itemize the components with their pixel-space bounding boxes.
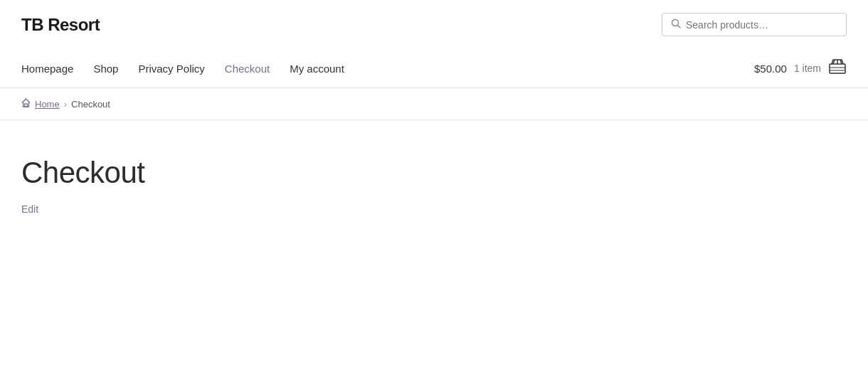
cart-count: 1 item [794,63,821,74]
nav-shop[interactable]: Shop [93,63,118,75]
search-icon [671,18,681,31]
edit-link[interactable]: Edit [21,203,38,215]
site-header: TB Resort [0,0,868,49]
cart-price: $50.00 [754,63,787,75]
main-content: Checkout Edit [0,120,868,237]
nav-my-account[interactable]: My account [290,63,344,75]
site-title: TB Resort [21,15,100,35]
breadcrumb-current: Checkout [71,99,110,110]
nav-privacy-policy[interactable]: Privacy Policy [138,63,204,75]
nav-homepage[interactable]: Homepage [21,63,73,75]
home-icon [21,98,31,110]
breadcrumb: Home › Checkout [0,88,868,120]
breadcrumb-separator: › [64,99,67,110]
search-box[interactable] [662,13,847,36]
svg-rect-2 [830,64,845,73]
search-input[interactable] [686,19,837,31]
navigation: Homepage Shop Privacy Policy Checkout My… [0,49,868,88]
svg-rect-8 [25,104,28,107]
cart-area: $50.00 1 item [754,58,847,79]
cart-icon[interactable] [828,58,847,79]
nav-links: Homepage Shop Privacy Policy Checkout My… [21,63,344,75]
breadcrumb-home-link[interactable]: Home [35,99,60,110]
nav-checkout[interactable]: Checkout [225,63,270,75]
svg-line-1 [678,26,681,28]
page-title: Checkout [21,156,847,190]
